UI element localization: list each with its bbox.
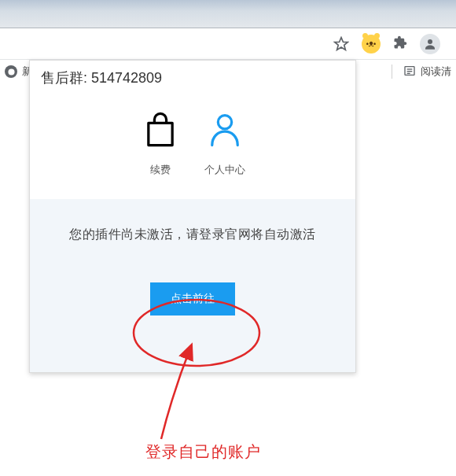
person-icon (204, 109, 245, 153)
personal-center-block[interactable]: 个人中心 (204, 109, 245, 177)
reading-list-icon[interactable] (403, 65, 416, 79)
activation-message: 您的插件尚未激活，请登录官网将自动激活 (69, 223, 316, 246)
svg-point-2 (8, 68, 14, 75)
svg-point-7 (218, 116, 231, 129)
shopping-bag-icon (140, 109, 181, 153)
renew-block[interactable]: 续费 (140, 109, 181, 177)
browser-toolbar: •ᴥ• (0, 28, 456, 60)
reading-list-label[interactable]: 阅读清 (421, 65, 451, 79)
extension-popup: 售后群: 514742809 续费 个人中心 您的插件尚未激活，请登录官网 (29, 60, 356, 373)
after-sales-group-number: 514742809 (91, 70, 162, 86)
toolbar-separator (392, 65, 392, 79)
bookmark-site-icon[interactable] (5, 65, 17, 78)
annotation-caption: 登录自己的账户 (145, 441, 261, 463)
svg-point-1 (428, 39, 432, 44)
popup-lower-section: 您的插件尚未激活，请登录官网将自动激活 点击前往 (30, 199, 355, 372)
extensions-menu-icon[interactable] (393, 35, 407, 53)
popup-icon-row: 续费 个人中心 (30, 97, 355, 199)
avatar-icon[interactable] (420, 34, 440, 54)
popup-header: 售后群: 514742809 (30, 61, 355, 97)
personal-center-label: 个人中心 (204, 163, 245, 177)
browser-top-strip (0, 0, 456, 28)
extension-tiger-icon[interactable]: •ᴥ• (362, 35, 381, 54)
svg-marker-0 (335, 37, 348, 50)
renew-label: 续费 (150, 163, 171, 177)
go-button[interactable]: 点击前往 (150, 282, 235, 315)
star-icon[interactable] (333, 36, 349, 52)
after-sales-group-label: 售后群: (41, 70, 87, 86)
